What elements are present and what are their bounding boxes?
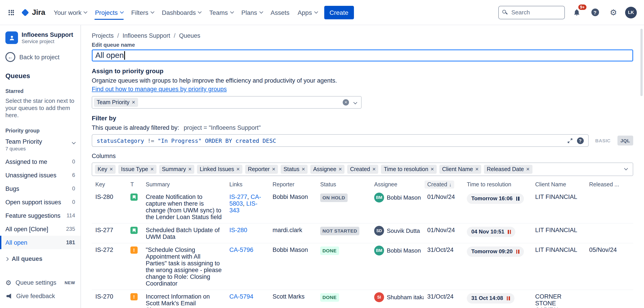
nav-item-teams[interactable]: Teams	[205, 0, 237, 25]
remove-tag-icon[interactable]	[339, 166, 342, 172]
app-switcher-icon[interactable]	[4, 5, 18, 19]
cell-summary[interactable]: Scheduled Batch Update of UWM Data	[142, 223, 226, 243]
basic-mode-button[interactable]: BASIC	[592, 136, 614, 146]
columns-select[interactable]: KeyIssue TypeSummaryLinked IssuesReporte…	[92, 162, 633, 176]
jql-icons	[567, 137, 584, 144]
cell-summary[interactable]: "Schedule Closing Appointment with All P…	[142, 243, 226, 290]
remove-tag-icon[interactable]	[372, 166, 376, 172]
alert-type-icon: !	[130, 293, 138, 300]
breadcrumb: Projects/Infloeens Support/Queues	[92, 31, 633, 39]
queue-count: 114	[66, 212, 75, 219]
sidebar-queue-unassigned-issues[interactable]: Unassigned issues6	[0, 168, 80, 182]
column-header-status[interactable]: Status	[316, 180, 370, 190]
expand-icon[interactable]	[567, 138, 573, 144]
user-avatar[interactable]: LK	[625, 6, 637, 18]
create-button[interactable]: Create	[324, 5, 354, 19]
jira-logo[interactable]: Jira	[21, 8, 45, 17]
queue-settings-item[interactable]: Queue settings NEW	[6, 276, 75, 289]
queue-name-input[interactable]: All open	[92, 49, 633, 61]
jql-mode-button[interactable]: JQL	[617, 136, 633, 146]
jql-input[interactable]: statusCategory != "In Progress" ORDER BY…	[92, 134, 588, 147]
priority-group-header[interactable]: Team Priority 7 queues	[6, 138, 75, 151]
cell-reporter: Bobbi Mason	[269, 190, 316, 223]
queue-settings-label: Queue settings	[16, 279, 56, 286]
cell-summary[interactable]: Create Notification to capture when ther…	[142, 190, 226, 223]
remove-tag-icon[interactable]	[475, 166, 478, 172]
chevron-down-icon	[72, 141, 76, 144]
cell-issue-key[interactable]: IS-272	[92, 243, 127, 290]
cell-issue-key[interactable]: IS-280	[92, 190, 127, 223]
column-header-summary[interactable]: Summary	[142, 180, 226, 190]
sidebar-queue-bugs[interactable]: Bugs0	[0, 182, 80, 195]
chevron-down-icon	[198, 10, 202, 14]
priority-group-description: Organize queues with groups to help impr…	[92, 77, 633, 84]
chevron-down-icon[interactable]	[354, 101, 357, 104]
column-header-t[interactable]: T	[127, 180, 142, 190]
manage-queues-link[interactable]: Find out how to manage queues by priorit…	[92, 86, 227, 93]
nav-item-plans[interactable]: Plans	[237, 0, 266, 25]
remove-tag-icon[interactable]	[272, 166, 275, 172]
jql-token: statusCategory	[97, 137, 144, 144]
cell-issue-key[interactable]: IS-270	[92, 290, 127, 308]
breadcrumb-item-projects[interactable]: Projects	[92, 32, 114, 39]
nav-item-apps[interactable]: Apps	[294, 0, 321, 25]
settings-button[interactable]	[607, 5, 620, 19]
all-queues-link[interactable]: All queues	[6, 256, 75, 262]
column-tag-reporter: Reporter	[245, 165, 278, 174]
breadcrumb-item-infloeens-support[interactable]: Infloeens Support	[122, 32, 170, 39]
help-button[interactable]	[588, 5, 602, 19]
cell-issue-type: !	[127, 243, 142, 290]
priority-group-select[interactable]: Team Priority	[92, 96, 362, 109]
remove-tag-icon[interactable]	[430, 166, 434, 172]
vertical-scrollbar[interactable]	[640, 29, 643, 96]
sidebar-queue-feature-suggestions[interactable]: Feature suggestions114	[0, 209, 80, 222]
remove-tag-icon[interactable]	[188, 166, 192, 172]
search-input[interactable]	[498, 5, 565, 19]
nav-item-label: Dashboards	[162, 9, 196, 16]
cell-issue-key[interactable]: IS-277	[92, 223, 127, 243]
column-header-reporter[interactable]: Reporter	[269, 180, 316, 190]
group-meta: 7 queues	[6, 146, 42, 151]
remove-tag-icon[interactable]	[110, 166, 113, 172]
cell-issue-type	[127, 223, 142, 243]
notifications-button[interactable]: 9+	[570, 5, 583, 19]
column-header-key[interactable]: Key	[92, 180, 127, 190]
cell-released-date: 05/Nov/24	[586, 243, 633, 290]
column-header-released[interactable]: Released ...	[586, 180, 633, 190]
nav-item-filters[interactable]: Filters	[127, 0, 158, 25]
back-to-project[interactable]: Back to project	[6, 52, 75, 62]
remove-tag-icon[interactable]	[302, 166, 305, 172]
queue-name-value: All open	[95, 51, 124, 60]
issue-link[interactable]: IS-277	[229, 193, 247, 200]
sidebar-queue-all-open[interactable]: All open181	[0, 236, 80, 249]
sidebar-queue-assigned-to-me[interactable]: Assigned to me0	[0, 155, 80, 168]
issue-link[interactable]: IS-280	[229, 227, 247, 233]
column-header-time-to-resolution[interactable]: Time to resolution	[463, 180, 532, 190]
remove-tag-icon[interactable]	[150, 166, 154, 172]
back-arrow-icon	[6, 52, 15, 62]
cell-summary[interactable]: Incorrect Information on Scott Mark's Em…	[142, 290, 226, 308]
nav-item-projects[interactable]: Projects	[91, 0, 127, 25]
remove-tag-icon[interactable]	[132, 99, 135, 106]
column-header-client-name[interactable]: Client Name	[532, 180, 586, 190]
sidebar-queue-open-support-issues[interactable]: Open support issues0	[0, 195, 80, 209]
give-feedback-item[interactable]: Give feedback	[6, 289, 75, 303]
breadcrumb-item-queues[interactable]: Queues	[179, 32, 200, 39]
nav-item-dashboards[interactable]: Dashboards	[158, 0, 205, 25]
jql-help-icon[interactable]	[577, 137, 584, 144]
clear-select-icon[interactable]	[343, 99, 349, 106]
sla-time: Tomorrow 09:20	[471, 248, 513, 255]
nav-item-your-work[interactable]: Your work	[50, 0, 91, 25]
sidebar-queue-all-open-clone[interactable]: All open [Clone]235	[0, 222, 80, 236]
issue-link[interactable]: CA-5794	[229, 293, 254, 300]
select-controls	[343, 99, 357, 106]
remove-tag-icon[interactable]	[236, 166, 240, 172]
remove-tag-icon[interactable]	[526, 166, 530, 172]
column-header-assignee[interactable]: Assignee	[370, 180, 424, 190]
column-header-links[interactable]: Links	[226, 180, 269, 190]
nav-item-assets[interactable]: Assets	[266, 0, 294, 25]
chevron-down-icon[interactable]	[624, 166, 628, 170]
cell-status: DONE	[316, 290, 370, 308]
issue-link[interactable]: CA-5796	[229, 247, 254, 253]
column-header-created[interactable]: Created↓	[424, 180, 463, 190]
